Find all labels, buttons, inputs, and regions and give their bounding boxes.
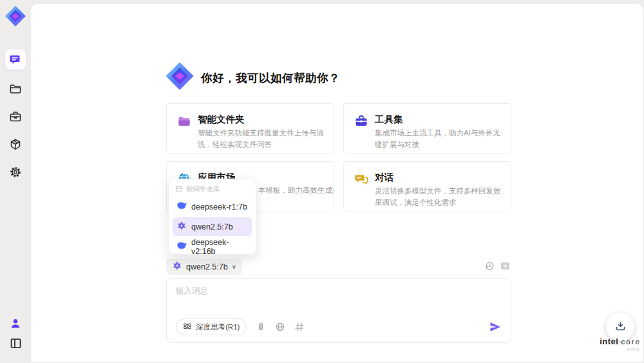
history-icon[interactable] <box>484 260 495 271</box>
card-smart-folder[interactable]: 智能文件夹 智能文件夹功能支持批量文件上传与清洗，轻松实现文件问答 <box>166 103 334 153</box>
model-selector-label: qwen2.5:7b <box>186 262 228 271</box>
model-dropdown-header: 智问学仓库 <box>173 183 252 197</box>
briefcase-icon <box>9 110 22 123</box>
qwen-icon <box>172 260 182 273</box>
card-title: 对话 <box>375 172 393 184</box>
model-option-deepseek-r1[interactable]: deepseek-r1:7b <box>173 197 252 216</box>
dialog-bubbles-icon <box>354 172 368 186</box>
intel-wordmark: intel <box>600 337 618 346</box>
card-desc: 集成市场上主流工具，助力AI与外界无缝扩展与对接 <box>375 128 503 151</box>
card-desc: 灵活切换多模型文件，支持多样回复效果调试，满足个性化需求 <box>375 186 503 209</box>
deepseek-whale-icon <box>176 201 187 213</box>
model-selector-button[interactable]: qwen2.5:7b ∨ <box>166 259 242 275</box>
atom-icon <box>183 322 192 332</box>
card-title: 工具集 <box>375 113 403 126</box>
app-logo[interactable] <box>5 5 26 27</box>
sidebar-item-apps[interactable] <box>5 134 26 155</box>
card-toolset[interactable]: 工具集 集成市场上主流工具，助力AI与外界无缝扩展与对接 <box>343 103 511 153</box>
qwen-icon <box>176 221 187 233</box>
card-desc: 智能文件夹功能支持批量文件上传与清洗，轻松实现文件问答 <box>198 128 326 151</box>
gear-icon <box>9 166 22 179</box>
library-icon <box>175 185 183 194</box>
model-option-deepseek-v2[interactable]: deepseek-v2:16b <box>173 237 252 256</box>
greeting-title: 你好，我可以如何帮助你？ <box>201 70 340 86</box>
sidebar-item-chat[interactable] <box>5 49 26 70</box>
panel-layout-icon <box>10 337 22 349</box>
cube-icon <box>9 138 22 151</box>
chat-bubble-icon <box>9 53 22 66</box>
ultra-wordmark: ultra <box>598 346 643 352</box>
model-option-label: deepseek-v2:16b <box>191 238 248 256</box>
sidebar <box>0 0 31 363</box>
download-icon <box>614 320 627 335</box>
deepseek-whale-icon <box>176 240 187 253</box>
model-option-qwen[interactable]: qwen2.5:7b <box>173 217 252 236</box>
message-input[interactable] <box>176 286 502 317</box>
web-globe-icon[interactable] <box>275 322 285 332</box>
send-icon[interactable] <box>489 320 502 333</box>
new-chat-icon[interactable] <box>500 260 511 271</box>
card-desc-fragment: 本模板，助力高效生成多 <box>258 186 334 195</box>
attachment-paperclip-icon[interactable] <box>256 322 266 332</box>
user-icon <box>10 318 21 329</box>
smart-folder-icon <box>177 114 191 128</box>
card-title: 智能文件夹 <box>198 113 245 126</box>
model-dropdown: 智问学仓库 deepseek-r1:7b qwen2.5:7b deepseek… <box>168 179 256 255</box>
deep-think-label: 深度思考(R1) <box>196 322 240 332</box>
prompt-grid-icon[interactable] <box>294 322 305 332</box>
composer: 深度思考(R1) <box>166 278 511 343</box>
model-option-label: deepseek-r1:7b <box>191 202 247 211</box>
greeting-logo <box>165 61 194 91</box>
chevron-down-icon: ∨ <box>232 263 236 270</box>
core-wordmark: core <box>621 338 640 346</box>
toolset-icon <box>354 114 368 128</box>
model-option-label: qwen2.5:7b <box>191 222 233 231</box>
folder-icon <box>9 83 22 95</box>
intel-core-logo: intel core ultra <box>598 337 643 352</box>
sidebar-item-panel[interactable] <box>5 333 26 353</box>
card-dialog[interactable]: 对话 灵活切换多模型文件，支持多样回复效果调试，满足个性化需求 <box>343 161 511 211</box>
sidebar-item-settings[interactable] <box>5 162 26 182</box>
deep-think-button[interactable]: 深度思考(R1) <box>176 319 247 335</box>
sidebar-item-toolbox[interactable] <box>5 106 26 127</box>
sidebar-item-folders[interactable] <box>5 79 26 99</box>
model-dropdown-header-label: 智问学仓库 <box>186 185 220 194</box>
composer-toolbar: 深度思考(R1) <box>176 319 502 335</box>
sidebar-item-user[interactable] <box>5 313 26 334</box>
